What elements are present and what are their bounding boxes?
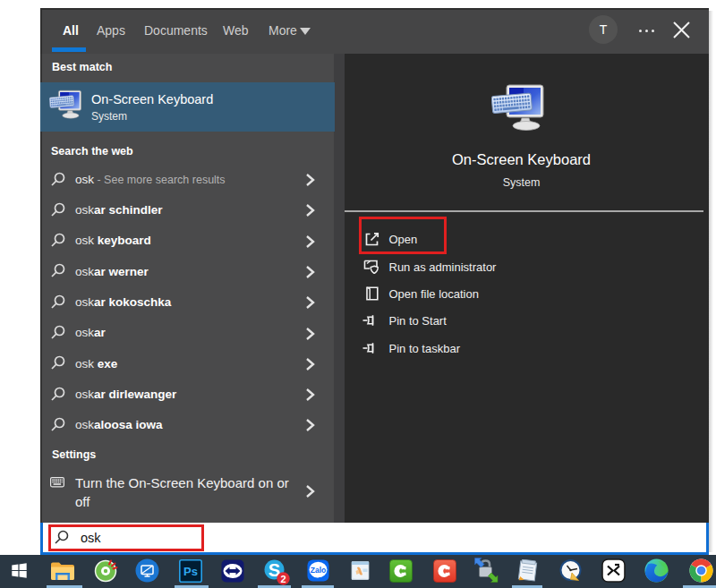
svg-text:Ps: Ps xyxy=(183,565,198,578)
svg-text:Zalo: Zalo xyxy=(311,566,326,575)
svg-text:2: 2 xyxy=(280,574,286,584)
